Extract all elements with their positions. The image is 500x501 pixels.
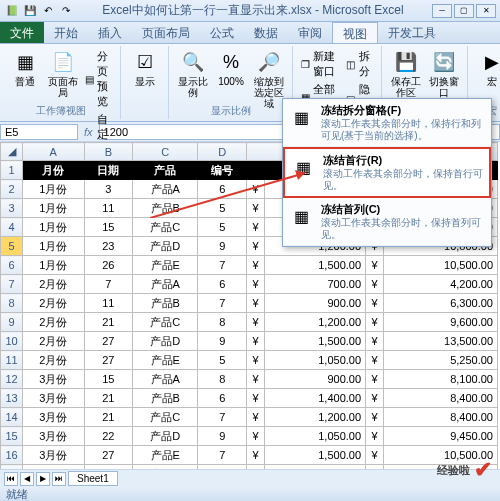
- cell[interactable]: 5,250.00: [384, 351, 498, 370]
- cell[interactable]: ¥: [247, 408, 265, 427]
- cell[interactable]: 产品D: [133, 237, 198, 256]
- cell[interactable]: ¥: [366, 275, 384, 294]
- cell[interactable]: ¥: [366, 256, 384, 275]
- cell[interactable]: 1月份: [23, 237, 85, 256]
- col-header[interactable]: B: [84, 143, 133, 161]
- cell[interactable]: 8: [198, 370, 247, 389]
- cell[interactable]: ¥: [366, 370, 384, 389]
- cell[interactable]: 3月份: [23, 389, 85, 408]
- tab-dev[interactable]: 开发工具: [378, 22, 446, 43]
- cell[interactable]: 900.00: [265, 370, 366, 389]
- cell[interactable]: 11: [84, 199, 133, 218]
- cell[interactable]: ¥: [247, 199, 265, 218]
- cell[interactable]: ¥: [247, 256, 265, 275]
- cell[interactable]: 27: [84, 332, 133, 351]
- sheet-tab[interactable]: Sheet1: [68, 471, 118, 486]
- tab-home[interactable]: 开始: [44, 22, 88, 43]
- cell[interactable]: 10,500.00: [384, 446, 498, 465]
- cell[interactable]: ¥: [247, 313, 265, 332]
- cell[interactable]: 1月份: [23, 199, 85, 218]
- prev-sheet-button[interactable]: ◀: [20, 472, 34, 486]
- cell[interactable]: ¥: [247, 218, 265, 237]
- row-header[interactable]: 6: [1, 256, 23, 275]
- cell[interactable]: 产品B: [133, 389, 198, 408]
- cell[interactable]: 6: [198, 180, 247, 199]
- cell[interactable]: ¥: [247, 446, 265, 465]
- cell[interactable]: ¥: [247, 180, 265, 199]
- freeze-first-col-option[interactable]: ▦ 冻结首列(C)滚动工作表其余部分时，保持首列可见。: [283, 198, 491, 246]
- next-sheet-button[interactable]: ▶: [36, 472, 50, 486]
- cell[interactable]: 1,500.00: [265, 446, 366, 465]
- cell[interactable]: 21: [84, 389, 133, 408]
- cell[interactable]: 9: [198, 427, 247, 446]
- cell[interactable]: 2月份: [23, 351, 85, 370]
- cell[interactable]: 27: [84, 351, 133, 370]
- tab-review[interactable]: 审阅: [288, 22, 332, 43]
- cell[interactable]: 3月份: [23, 370, 85, 389]
- cell[interactable]: ¥: [366, 427, 384, 446]
- row-header[interactable]: 2: [1, 180, 23, 199]
- cell[interactable]: 产品C: [133, 408, 198, 427]
- cell[interactable]: 8,100.00: [384, 370, 498, 389]
- cell[interactable]: ¥: [247, 427, 265, 446]
- cell[interactable]: 1,400.00: [265, 389, 366, 408]
- cell[interactable]: ¥: [247, 332, 265, 351]
- row-header[interactable]: 10: [1, 332, 23, 351]
- tab-file[interactable]: 文件: [0, 22, 44, 43]
- cell[interactable]: 产品A: [133, 275, 198, 294]
- cell[interactable]: 产品E: [133, 446, 198, 465]
- cell[interactable]: 3月份: [23, 427, 85, 446]
- cell[interactable]: 产品E: [133, 256, 198, 275]
- row-header[interactable]: 3: [1, 199, 23, 218]
- cell[interactable]: 5: [198, 218, 247, 237]
- row-header[interactable]: 12: [1, 370, 23, 389]
- cell[interactable]: 7: [198, 256, 247, 275]
- tab-formula[interactable]: 公式: [200, 22, 244, 43]
- cell[interactable]: 1,500.00: [265, 332, 366, 351]
- cell[interactable]: 700.00: [265, 275, 366, 294]
- cell[interactable]: 13,500.00: [384, 332, 498, 351]
- cell[interactable]: 2月份: [23, 332, 85, 351]
- cell[interactable]: 5: [198, 199, 247, 218]
- cell[interactable]: ¥: [366, 446, 384, 465]
- cell[interactable]: 1月份: [23, 180, 85, 199]
- cell[interactable]: ¥: [247, 351, 265, 370]
- cell[interactable]: 产品C: [133, 218, 198, 237]
- cell[interactable]: 15: [84, 218, 133, 237]
- cell[interactable]: 4,200.00: [384, 275, 498, 294]
- minimize-button[interactable]: ─: [432, 4, 452, 18]
- cell[interactable]: 产品D: [133, 427, 198, 446]
- tab-view[interactable]: 视图: [332, 22, 378, 43]
- cell[interactable]: ¥: [247, 237, 265, 256]
- cell[interactable]: 3月份: [23, 446, 85, 465]
- cell[interactable]: 产品A: [133, 370, 198, 389]
- row-header[interactable]: 9: [1, 313, 23, 332]
- cell[interactable]: 9: [198, 237, 247, 256]
- cell[interactable]: 22: [84, 427, 133, 446]
- cell[interactable]: 23: [84, 237, 133, 256]
- select-all[interactable]: ◢: [1, 143, 23, 161]
- cell[interactable]: 1,200.00: [265, 313, 366, 332]
- page-break-button[interactable]: ▤分页预览: [82, 48, 116, 110]
- tab-data[interactable]: 数据: [244, 22, 288, 43]
- cell[interactable]: 8: [198, 313, 247, 332]
- cell[interactable]: ¥: [366, 389, 384, 408]
- cell[interactable]: 11: [84, 294, 133, 313]
- cell[interactable]: 1月份: [23, 218, 85, 237]
- cell[interactable]: 9: [198, 332, 247, 351]
- cell[interactable]: 7: [198, 446, 247, 465]
- cell[interactable]: 日期: [84, 161, 133, 180]
- cell[interactable]: 月份: [23, 161, 85, 180]
- tab-layout[interactable]: 页面布局: [132, 22, 200, 43]
- cell[interactable]: 26: [84, 256, 133, 275]
- cell[interactable]: 产品E: [133, 351, 198, 370]
- row-header[interactable]: 13: [1, 389, 23, 408]
- cell[interactable]: 产品: [133, 161, 198, 180]
- close-button[interactable]: ✕: [476, 4, 496, 18]
- tab-insert[interactable]: 插入: [88, 22, 132, 43]
- row-header[interactable]: 11: [1, 351, 23, 370]
- cell[interactable]: 27: [84, 446, 133, 465]
- cell[interactable]: 5: [198, 351, 247, 370]
- freeze-panes-option[interactable]: ▦ 冻结拆分窗格(F)滚动工作表其余部分时，保持行和列可见(基于当前的选择)。: [283, 99, 491, 147]
- row-header[interactable]: 1: [1, 161, 23, 180]
